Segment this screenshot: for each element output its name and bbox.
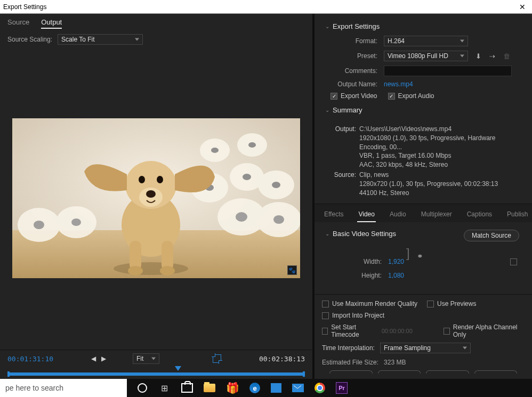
tab-captions[interactable]: Captions — [466, 207, 493, 222]
time-interp-label: Time Interpolation: — [322, 344, 375, 352]
current-timecode[interactable]: 00:01:31:10 — [7, 355, 53, 363]
summary-line: 1280x720 (1.0), 30 fps, Progressive, 00:… — [359, 180, 522, 189]
summary-output-text: C:\Users\User\Videos\news.mp4 1920x1080 … — [359, 125, 522, 169]
svg-point-17 — [211, 148, 219, 153]
start-tc-value: 00:00:00:00 — [382, 328, 413, 334]
render-line-2: Import Into Project — [322, 312, 525, 319]
timeline-range-bar[interactable] — [7, 372, 305, 376]
link-bracket: ] — [406, 246, 410, 261]
delete-preset-icon[interactable]: 🗑 — [503, 52, 512, 60]
export-settings-header[interactable]: ⌄ Export Settings — [324, 22, 522, 30]
gift-icon[interactable]: 🎁 — [226, 382, 239, 394]
width-match-checkbox[interactable] — [510, 258, 517, 265]
comments-input[interactable] — [384, 66, 512, 76]
time-interp-dropdown[interactable]: Frame Sampling — [380, 343, 471, 353]
format-dropdown[interactable]: H.264 — [384, 36, 468, 46]
save-preset-icon[interactable]: ⬇ — [475, 52, 484, 60]
preview-corner-badge[interactable]: 🐾 — [287, 265, 297, 275]
set-start-tc-check[interactable]: Set Start Timecode 00:00:00:00 — [322, 323, 413, 338]
edge-browser-icon[interactable]: e — [249, 383, 260, 393]
source-scaling-label: Source Scaling: — [7, 36, 52, 43]
action-button[interactable] — [426, 370, 469, 374]
timeline-track[interactable] — [0, 366, 312, 379]
height-value[interactable]: 1,080 — [388, 272, 415, 279]
summary-section: Output: C:\Users\User\Videos\news.mp4 19… — [315, 125, 532, 204]
est-size-label: Estimated File Size: — [322, 359, 378, 366]
close-icon[interactable]: ✕ — [516, 2, 529, 12]
action-button[interactable] — [329, 370, 373, 374]
width-value[interactable]: 1,920 — [388, 258, 415, 265]
chrome-icon[interactable] — [315, 383, 325, 393]
summary-line: VBR, 1 pass, Target 16.00 Mbps — [359, 151, 522, 160]
zoom-fit-dropdown[interactable]: Fit — [133, 353, 159, 364]
render-alpha-label: Render Alpha Channel Only — [453, 323, 525, 338]
basic-video-settings: ⌄ Basic Video Settings Match Source Widt… — [315, 222, 532, 294]
summary-header[interactable]: ⌄ Summary — [324, 106, 522, 114]
tab-effects[interactable]: Effects — [323, 207, 344, 222]
ms-store-icon[interactable] — [181, 383, 193, 393]
tab-audio[interactable]: Audio — [389, 207, 407, 222]
checkbox-checked-icon — [331, 93, 337, 100]
comments-label: Comments: — [336, 67, 384, 75]
tab-source[interactable]: Source — [7, 18, 29, 29]
checkbox-icon — [427, 301, 434, 307]
mail-icon[interactable] — [292, 384, 304, 392]
search-placeholder: pe here to search — [5, 384, 63, 392]
est-size-value: 323 MB — [384, 359, 406, 366]
tab-multiplexer[interactable]: Multiplexer — [420, 207, 453, 222]
basic-video-title: Basic Video Settings — [333, 230, 396, 238]
export-audio-check[interactable]: Export Audio — [388, 92, 434, 100]
link-dimensions-icon[interactable]: ⚭ — [417, 252, 423, 261]
height-row: Height: 1,080 — [324, 272, 522, 279]
max-render-quality-check[interactable]: Use Maximum Render Quality — [322, 300, 417, 307]
summary-output-row: Output: C:\Users\User\Videos\news.mp4 19… — [333, 125, 522, 169]
cortana-icon[interactable] — [138, 383, 147, 393]
estimated-size: Estimated File Size: 323 MB — [322, 359, 525, 366]
settings-panel: ⌄ Export Settings Format: H.264 Preset: … — [315, 14, 532, 379]
timeline-controls: 00:01:31:10 ◀ ▶ Fit 00:02:38:13 — [0, 350, 312, 366]
preview-video-frame[interactable]: 🐾 — [12, 118, 300, 278]
framerate-dropdown[interactable]: 30 — [388, 293, 452, 294]
preview-image-placeholder — [12, 118, 300, 278]
action-button[interactable] — [474, 370, 518, 374]
summary-line: 44100 Hz, Stereo — [359, 189, 522, 198]
export-video-check[interactable]: Export Video — [331, 92, 377, 100]
file-explorer-icon[interactable] — [204, 384, 215, 392]
svg-rect-22 — [130, 241, 141, 270]
tab-publish[interactable]: Publish — [506, 207, 529, 222]
format-row: Format: H.264 — [324, 36, 522, 46]
use-previews-check[interactable]: Use Previews — [427, 300, 476, 307]
render-line-1: Use Maximum Render Quality Use Previews — [322, 300, 525, 307]
preview-area: 🐾 — [0, 47, 312, 350]
source-scaling-value: Scale To Fit — [61, 36, 94, 43]
output-name-link[interactable]: news.mp4 — [384, 80, 413, 88]
summary-source-text: Clip, news 1280x720 (1.0), 30 fps, Progr… — [359, 171, 522, 197]
render-alpha-check[interactable]: Render Alpha Channel Only — [444, 323, 525, 338]
match-source-button[interactable]: Match Source — [464, 230, 519, 241]
action-button[interactable] — [378, 370, 421, 374]
svg-rect-23 — [162, 241, 173, 270]
svg-point-19 — [248, 142, 256, 148]
settings-tabs: Effects Video Audio Multiplexer Captions… — [315, 204, 532, 222]
source-scaling-dropdown[interactable]: Scale To Fit — [58, 34, 143, 45]
use-previews-label: Use Previews — [437, 300, 476, 307]
checkbox-icon — [322, 328, 328, 335]
store-app-icon[interactable] — [271, 383, 281, 393]
tab-output[interactable]: Output — [41, 18, 62, 29]
preset-action-icons: ⬇ ⇢ 🗑 — [475, 52, 512, 60]
step-forward-icon[interactable]: ▶ — [101, 355, 106, 362]
step-back-icon[interactable]: ◀ — [91, 355, 96, 362]
premiere-pro-icon[interactable]: Pr — [336, 382, 348, 394]
summary-source-label: Source: — [333, 171, 359, 197]
preset-dropdown[interactable]: Vimeo 1080p Full HD — [384, 51, 468, 61]
task-view-icon[interactable]: ⊞ — [158, 382, 171, 394]
import-project-check[interactable]: Import Into Project — [322, 312, 384, 319]
twisty-down-icon: ⌄ — [325, 231, 329, 237]
tab-video[interactable]: Video — [357, 207, 375, 222]
crop-safe-margins-icon[interactable] — [213, 354, 221, 363]
taskbar-search-input[interactable]: pe here to search — [0, 379, 127, 397]
timeline-playhead[interactable] — [175, 366, 181, 371]
import-preset-icon[interactable]: ⇢ — [489, 52, 498, 60]
framerate-row: Frame Rate: 30 — [324, 293, 522, 294]
source-scaling-row: Source Scaling: Scale To Fit — [7, 34, 305, 45]
